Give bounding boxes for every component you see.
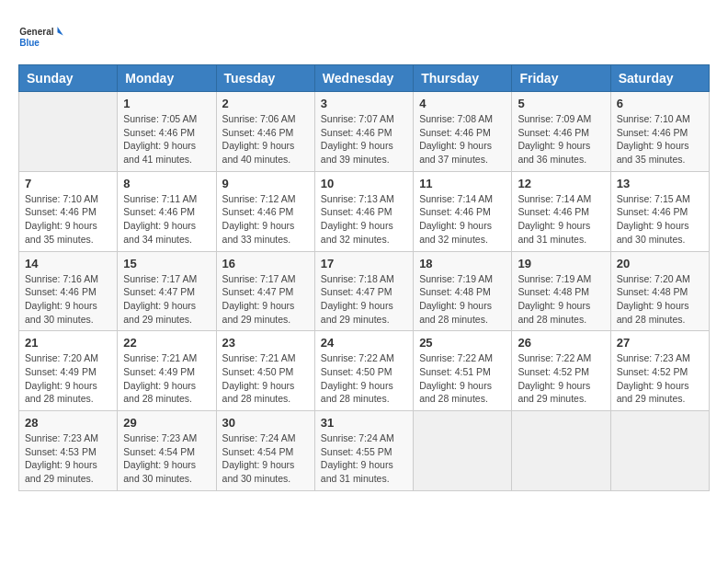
calendar-day-cell: 25Sunrise: 7:22 AMSunset: 4:51 PMDayligh… — [414, 331, 512, 411]
day-info: Sunrise: 7:14 AMSunset: 4:46 PMDaylight:… — [419, 192, 506, 247]
calendar-week-row: 1Sunrise: 7:05 AMSunset: 4:46 PMDaylight… — [19, 92, 710, 172]
day-number: 11 — [419, 177, 506, 190]
day-number: 7 — [25, 177, 111, 190]
day-info: Sunrise: 7:18 AMSunset: 4:47 PMDaylight:… — [321, 272, 407, 327]
day-info: Sunrise: 7:23 AMSunset: 4:52 PMDaylight:… — [617, 351, 703, 406]
svg-text:Blue: Blue — [19, 38, 40, 48]
calendar-empty-cell — [512, 411, 610, 491]
calendar-empty-cell — [414, 411, 512, 491]
day-number: 22 — [123, 336, 210, 350]
calendar-empty-cell — [610, 411, 709, 491]
day-info: Sunrise: 7:22 AMSunset: 4:51 PMDaylight:… — [419, 351, 506, 406]
calendar-header-tuesday: Tuesday — [216, 65, 314, 92]
calendar-day-cell: 21Sunrise: 7:20 AMSunset: 4:49 PMDayligh… — [19, 331, 118, 411]
calendar-day-cell: 9Sunrise: 7:12 AMSunset: 4:46 PMDaylight… — [216, 171, 314, 251]
day-number: 23 — [222, 336, 309, 350]
day-number: 30 — [222, 416, 309, 430]
calendar-week-row: 28Sunrise: 7:23 AMSunset: 4:53 PMDayligh… — [19, 411, 710, 491]
day-number: 20 — [617, 257, 703, 270]
day-number: 17 — [321, 257, 407, 270]
calendar-day-cell: 3Sunrise: 7:07 AMSunset: 4:46 PMDaylight… — [314, 92, 413, 172]
calendar-header-monday: Monday — [118, 65, 216, 92]
calendar-header-row: SundayMondayTuesdayWednesdayThursdayFrid… — [19, 65, 710, 92]
day-number: 18 — [419, 257, 506, 270]
day-info: Sunrise: 7:23 AMSunset: 4:54 PMDaylight:… — [123, 431, 210, 486]
day-info: Sunrise: 7:10 AMSunset: 4:46 PMDaylight:… — [617, 112, 703, 167]
day-info: Sunrise: 7:06 AMSunset: 4:46 PMDaylight:… — [222, 112, 309, 167]
calendar-day-cell: 14Sunrise: 7:16 AMSunset: 4:46 PMDayligh… — [19, 251, 118, 331]
day-number: 25 — [419, 336, 506, 350]
day-info: Sunrise: 7:24 AMSunset: 4:55 PMDaylight:… — [321, 431, 407, 486]
day-info: Sunrise: 7:19 AMSunset: 4:48 PMDaylight:… — [419, 272, 506, 327]
calendar-empty-cell — [19, 92, 118, 172]
calendar-header-wednesday: Wednesday — [314, 65, 413, 92]
day-info: Sunrise: 7:16 AMSunset: 4:46 PMDaylight:… — [25, 272, 111, 327]
day-info: Sunrise: 7:14 AMSunset: 4:46 PMDaylight:… — [518, 192, 604, 247]
day-number: 4 — [419, 97, 506, 110]
day-number: 15 — [123, 257, 210, 270]
day-info: Sunrise: 7:11 AMSunset: 4:46 PMDaylight:… — [123, 192, 210, 247]
day-info: Sunrise: 7:10 AMSunset: 4:46 PMDaylight:… — [25, 192, 111, 247]
day-info: Sunrise: 7:15 AMSunset: 4:46 PMDaylight:… — [617, 192, 703, 247]
calendar-week-row: 14Sunrise: 7:16 AMSunset: 4:46 PMDayligh… — [19, 251, 710, 331]
day-number: 5 — [518, 97, 604, 110]
logo-svg: General Blue — [18, 18, 64, 55]
day-number: 8 — [123, 177, 210, 190]
day-number: 24 — [321, 336, 407, 350]
calendar-day-cell: 5Sunrise: 7:09 AMSunset: 4:46 PMDaylight… — [512, 92, 610, 172]
day-number: 26 — [518, 336, 604, 350]
calendar-day-cell: 11Sunrise: 7:14 AMSunset: 4:46 PMDayligh… — [414, 171, 512, 251]
calendar-day-cell: 4Sunrise: 7:08 AMSunset: 4:46 PMDaylight… — [414, 92, 512, 172]
calendar-day-cell: 10Sunrise: 7:13 AMSunset: 4:46 PMDayligh… — [314, 171, 413, 251]
day-number: 12 — [518, 177, 604, 190]
day-info: Sunrise: 7:20 AMSunset: 4:49 PMDaylight:… — [25, 351, 111, 406]
calendar-day-cell: 17Sunrise: 7:18 AMSunset: 4:47 PMDayligh… — [314, 251, 413, 331]
calendar-week-row: 7Sunrise: 7:10 AMSunset: 4:46 PMDaylight… — [19, 171, 710, 251]
day-info: Sunrise: 7:05 AMSunset: 4:46 PMDaylight:… — [123, 112, 210, 167]
calendar-header-saturday: Saturday — [610, 65, 709, 92]
day-info: Sunrise: 7:12 AMSunset: 4:46 PMDaylight:… — [222, 192, 309, 247]
calendar-day-cell: 19Sunrise: 7:19 AMSunset: 4:48 PMDayligh… — [512, 251, 610, 331]
calendar-header-sunday: Sunday — [19, 65, 118, 92]
calendar-day-cell: 12Sunrise: 7:14 AMSunset: 4:46 PMDayligh… — [512, 171, 610, 251]
day-number: 9 — [222, 177, 309, 190]
day-number: 14 — [25, 257, 111, 270]
day-number: 31 — [321, 416, 407, 430]
calendar-day-cell: 13Sunrise: 7:15 AMSunset: 4:46 PMDayligh… — [610, 171, 709, 251]
calendar-day-cell: 2Sunrise: 7:06 AMSunset: 4:46 PMDaylight… — [216, 92, 314, 172]
calendar-table: SundayMondayTuesdayWednesdayThursdayFrid… — [18, 64, 710, 491]
calendar-day-cell: 23Sunrise: 7:21 AMSunset: 4:50 PMDayligh… — [216, 331, 314, 411]
day-number: 2 — [222, 97, 309, 110]
day-info: Sunrise: 7:09 AMSunset: 4:46 PMDaylight:… — [518, 112, 604, 167]
calendar-day-cell: 6Sunrise: 7:10 AMSunset: 4:46 PMDaylight… — [610, 92, 709, 172]
day-info: Sunrise: 7:13 AMSunset: 4:46 PMDaylight:… — [321, 192, 407, 247]
day-number: 28 — [25, 416, 111, 430]
calendar-day-cell: 22Sunrise: 7:21 AMSunset: 4:49 PMDayligh… — [118, 331, 216, 411]
calendar-header-thursday: Thursday — [414, 65, 512, 92]
day-info: Sunrise: 7:24 AMSunset: 4:54 PMDaylight:… — [222, 431, 309, 486]
day-number: 27 — [617, 336, 703, 350]
calendar-week-row: 21Sunrise: 7:20 AMSunset: 4:49 PMDayligh… — [19, 331, 710, 411]
calendar-day-cell: 30Sunrise: 7:24 AMSunset: 4:54 PMDayligh… — [216, 411, 314, 491]
calendar-day-cell: 7Sunrise: 7:10 AMSunset: 4:46 PMDaylight… — [19, 171, 118, 251]
day-number: 16 — [222, 257, 309, 270]
calendar-day-cell: 15Sunrise: 7:17 AMSunset: 4:47 PMDayligh… — [118, 251, 216, 331]
day-info: Sunrise: 7:23 AMSunset: 4:53 PMDaylight:… — [25, 431, 111, 486]
calendar-day-cell: 18Sunrise: 7:19 AMSunset: 4:48 PMDayligh… — [414, 251, 512, 331]
calendar-day-cell: 29Sunrise: 7:23 AMSunset: 4:54 PMDayligh… — [118, 411, 216, 491]
logo: General Blue — [18, 18, 64, 55]
calendar-day-cell: 26Sunrise: 7:22 AMSunset: 4:52 PMDayligh… — [512, 331, 610, 411]
calendar-day-cell: 8Sunrise: 7:11 AMSunset: 4:46 PMDaylight… — [118, 171, 216, 251]
day-number: 3 — [321, 97, 407, 110]
day-info: Sunrise: 7:21 AMSunset: 4:50 PMDaylight:… — [222, 351, 309, 406]
day-info: Sunrise: 7:22 AMSunset: 4:50 PMDaylight:… — [321, 351, 407, 406]
day-number: 19 — [518, 257, 604, 270]
header: General Blue — [18, 18, 710, 55]
calendar-day-cell: 16Sunrise: 7:17 AMSunset: 4:47 PMDayligh… — [216, 251, 314, 331]
calendar-header-friday: Friday — [512, 65, 610, 92]
day-number: 29 — [123, 416, 210, 430]
day-info: Sunrise: 7:20 AMSunset: 4:48 PMDaylight:… — [617, 272, 703, 327]
calendar-day-cell: 28Sunrise: 7:23 AMSunset: 4:53 PMDayligh… — [19, 411, 118, 491]
calendar-day-cell: 31Sunrise: 7:24 AMSunset: 4:55 PMDayligh… — [314, 411, 413, 491]
day-info: Sunrise: 7:22 AMSunset: 4:52 PMDaylight:… — [518, 351, 604, 406]
